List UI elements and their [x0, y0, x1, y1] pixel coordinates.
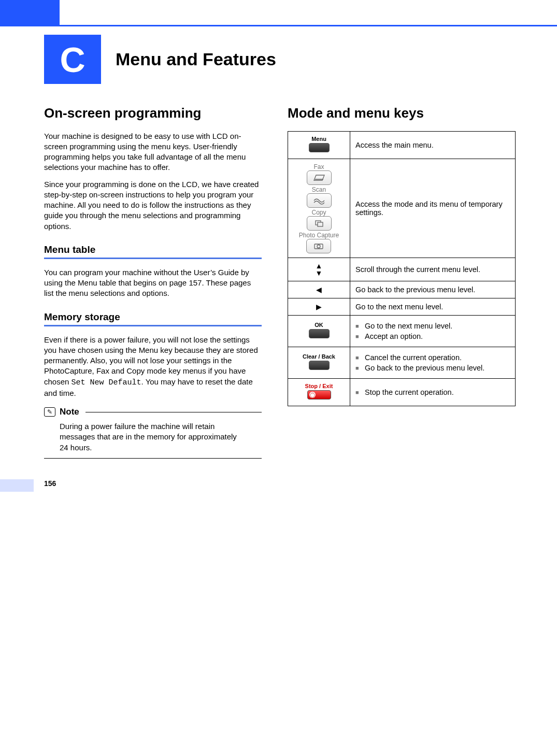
key-label: Clear / Back	[290, 353, 348, 360]
key-desc: Scroll through the current menu level.	[350, 258, 516, 281]
mode-key-label: Copy	[311, 209, 326, 216]
note-block: ✎ Note During a power failure the machin…	[44, 407, 262, 459]
table-row: Fax Scan Copy	[288, 159, 516, 258]
section-mode-menu-keys: Mode and menu keys	[288, 105, 516, 122]
mode-key-label: Photo Capture	[299, 232, 339, 239]
note-text: During a power failure the machine will …	[60, 421, 241, 453]
key-desc: Cancel the current operation. Go back to…	[350, 347, 516, 378]
page-footer-wrap: 156	[0, 479, 557, 494]
clear-back-button-icon	[309, 361, 330, 370]
copy-icon	[307, 216, 332, 231]
list-item: Stop the current operation.	[355, 388, 510, 396]
key-label: Stop / Exit	[290, 383, 348, 389]
svg-rect-1	[318, 222, 323, 226]
stop-exit-button-icon: ◯	[307, 390, 331, 400]
table-row: OK Go to the next menu level. Accept an …	[288, 315, 516, 347]
photocapture-icon	[306, 239, 331, 253]
key-label: Menu	[290, 136, 348, 142]
desc-list: Cancel the current operation. Go back to…	[355, 353, 510, 372]
mode-key-label: Fax	[313, 163, 324, 170]
key-desc: Go to the next menu level.	[350, 298, 516, 315]
stop-circle-icon: ◯	[309, 392, 316, 398]
top-bar	[0, 0, 557, 25]
key-desc: Go to the next menu level. Accept an opt…	[350, 315, 516, 347]
underline-accent	[44, 258, 262, 259]
menu-table-text: You can program your machine without the…	[44, 267, 262, 299]
note-header: ✎ Note	[44, 407, 262, 417]
footer-edge-tab	[0, 479, 34, 492]
key-cell-arrow-left: ◀	[288, 281, 350, 298]
mode-key-label: Scan	[312, 186, 326, 193]
table-row: ◀ Go back to the previous menu level.	[288, 281, 516, 298]
left-column: On-screen programming Your machine is de…	[44, 105, 262, 464]
key-desc: Go back to the previous menu level.	[350, 281, 516, 298]
underline-accent	[44, 325, 262, 326]
scan-icon	[307, 193, 332, 208]
key-label: OK	[290, 322, 348, 328]
desc-list: Stop the current operation.	[355, 388, 510, 396]
subhead-memory-storage: Memory storage	[44, 311, 262, 323]
table-row: ▶ Go to the next menu level.	[288, 298, 516, 315]
menu-button-icon	[309, 143, 330, 152]
table-row: ▲ ▼ Scroll through the current menu leve…	[288, 258, 516, 281]
page-number: 156	[0, 479, 557, 494]
key-cell-arrows-ud: ▲ ▼	[288, 258, 350, 281]
table-row: Menu Access the main menu.	[288, 131, 516, 159]
section-heading-text: On-screen programming	[44, 105, 201, 121]
list-item: Cancel the current operation.	[355, 353, 510, 362]
onscreen-para-2: Since your programming is done on the LC…	[44, 179, 262, 232]
mode-key-copy: Copy	[307, 209, 332, 231]
table-row: Clear / Back Cancel the current operatio…	[288, 347, 516, 378]
list-item: Go back to the previous menu level.	[355, 364, 510, 372]
key-cell-modes: Fax Scan Copy	[288, 159, 350, 258]
mode-key-stack: Fax Scan Copy	[290, 163, 348, 253]
key-cell-ok: OK	[288, 315, 350, 347]
mode-key-scan: Scan	[307, 186, 332, 208]
ok-button-icon	[309, 329, 330, 338]
arrow-right-icon: ▶	[316, 303, 322, 311]
keys-table: Menu Access the main menu. Fax	[288, 131, 516, 406]
memory-text-mono: Set New Default	[72, 378, 141, 387]
arrow-down-icon: ▼	[290, 269, 348, 277]
page-header: C Menu and Features	[0, 35, 557, 84]
mode-key-fax: Fax	[307, 163, 332, 185]
key-cell-stop-exit: Stop / Exit ◯	[288, 378, 350, 406]
key-desc: Access the mode and its menu of temporar…	[350, 159, 516, 258]
list-item: Go to the next menu level.	[355, 322, 510, 330]
top-corner-block	[0, 0, 60, 25]
content-columns: On-screen programming Your machine is de…	[0, 84, 557, 479]
memory-storage-text: Even if there is a power failure, you wi…	[44, 335, 262, 399]
key-desc: Stop the current operation.	[350, 378, 516, 406]
table-row: Stop / Exit ◯ Stop the current operation…	[288, 378, 516, 406]
right-column: Mode and menu keys Menu Access the main …	[288, 105, 516, 464]
desc-list: Go to the next menu level. Accept an opt…	[355, 322, 510, 340]
page-title: Menu and Features	[116, 49, 276, 69]
section-heading-text: Mode and menu keys	[288, 105, 424, 121]
key-desc: Access the main menu.	[350, 131, 516, 159]
list-item: Accept an option.	[355, 332, 510, 340]
mode-key-photocapture: Photo Capture	[299, 232, 339, 253]
key-cell-menu: Menu	[288, 131, 350, 159]
svg-point-3	[317, 245, 320, 248]
fax-icon	[307, 170, 332, 185]
chapter-letter: C	[60, 39, 85, 80]
arrow-up-icon: ▲	[290, 262, 348, 269]
subhead-menu-table: Menu table	[44, 244, 262, 255]
note-icon: ✎	[44, 407, 55, 417]
arrow-left-icon: ◀	[316, 286, 322, 294]
key-cell-arrow-right: ▶	[288, 298, 350, 315]
note-bottom-rule	[44, 458, 262, 459]
onscreen-para-1: Your machine is designed to be easy to u…	[44, 131, 262, 173]
top-rule	[0, 25, 557, 26]
key-cell-clear-back: Clear / Back	[288, 347, 350, 378]
note-label: Note	[60, 407, 79, 417]
note-header-rule	[85, 412, 262, 412]
section-onscreen-programming: On-screen programming	[44, 105, 262, 122]
chapter-letter-box: C	[44, 35, 101, 84]
